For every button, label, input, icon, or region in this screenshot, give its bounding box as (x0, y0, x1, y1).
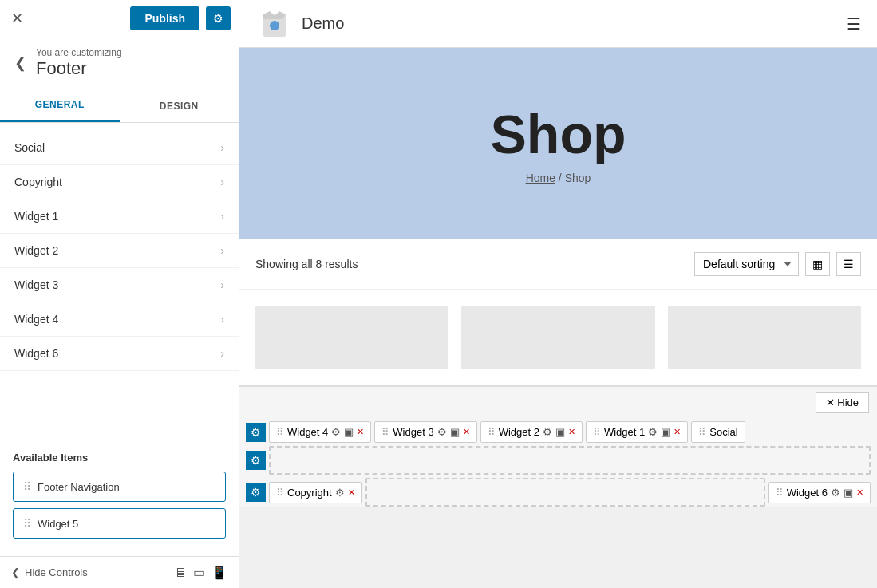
product-card (668, 306, 861, 369)
demo-logo: Demo (255, 5, 344, 43)
widget-gear-icon[interactable]: ⚙ (331, 426, 341, 438)
desktop-icon: 🖥 (174, 566, 187, 579)
widget-close-icon[interactable]: ✕ (348, 487, 355, 498)
hamburger-icon[interactable]: ☰ (847, 14, 861, 34)
chevron-left-icon: ❮ (11, 566, 20, 578)
shop-title: Shop (491, 103, 626, 165)
preview-header: Demo ☰ (239, 0, 877, 48)
menu-item-label: Widget 2 (14, 244, 58, 257)
widget-close-icon[interactable]: ✕ (357, 427, 364, 437)
chevron-right-icon: › (220, 278, 224, 291)
results-count: Showing all 8 results (255, 258, 358, 270)
tab-design[interactable]: DESIGN (120, 89, 239, 122)
widget-expand-icon[interactable]: ▣ (344, 426, 354, 438)
menu-item-widget2[interactable]: Widget 2 › (0, 234, 239, 268)
chevron-right-icon: › (220, 347, 224, 360)
footer-row-handle-icon[interactable]: ⚙ (246, 483, 266, 502)
widget-gear-icon[interactable]: ⚙ (335, 487, 345, 499)
footer-row-3-drop-zone (365, 478, 765, 507)
breadcrumb-current: Shop (565, 172, 591, 184)
menu-item-copyright[interactable]: Copyright › (0, 165, 239, 199)
footer-row-3: ⚙ ⠿ Copyright ⚙ ✕ ⠿ Widget 6 ⚙ ▣ ✕ (246, 478, 871, 507)
footer-row-handle-icon[interactable]: ⚙ (246, 423, 266, 442)
footer-widget-social: ⠿ Social (691, 421, 745, 443)
drag-item-widget5[interactable]: ⠿ Widget 5 (13, 508, 226, 539)
you-are-customizing-label: You are customizing (36, 47, 122, 58)
menu-item-widget4[interactable]: Widget 4 › (0, 302, 239, 337)
widget-drag-icon: ⠿ (776, 487, 784, 499)
widget-drag-icon: ⠿ (276, 426, 284, 438)
mobile-icon: 📱 (211, 566, 227, 579)
hide-controls-button[interactable]: ❮ Hide Controls (11, 566, 88, 578)
menu-item-widget6[interactable]: Widget 6 › (0, 337, 239, 371)
widget-close-icon[interactable]: ✕ (568, 427, 575, 437)
footer-row-handle-icon[interactable]: ⚙ (246, 451, 266, 470)
widget-label: Copyright (287, 487, 332, 499)
widget-expand-icon[interactable]: ▣ (555, 426, 565, 438)
drag-item-footer-navigation[interactable]: ⠿ Footer Navigation (13, 472, 226, 502)
menu-item-label: Social (14, 141, 45, 154)
widget-gear-icon[interactable]: ⚙ (543, 426, 552, 438)
footer-row-2: ⚙ (246, 446, 871, 475)
desktop-view-button[interactable]: 🖥 (174, 565, 187, 580)
hide-button[interactable]: ✕ Hide (816, 392, 869, 413)
breadcrumb-sep: / (555, 172, 565, 184)
list-view-button[interactable]: ☰ (836, 252, 861, 276)
drag-handle-icon: ⠿ (23, 517, 31, 530)
close-button[interactable]: ✕ (8, 6, 26, 30)
product-card (255, 306, 448, 369)
tabs-row: GENERAL DESIGN (0, 89, 239, 123)
products-grid (239, 290, 877, 385)
tab-general[interactable]: GENERAL (0, 89, 120, 122)
footer-widget-widget3: ⠿ Widget 3 ⚙ ▣ ✕ (374, 421, 476, 443)
hide-btn-row: ✕ Hide (239, 387, 877, 418)
breadcrumb-home-link[interactable]: Home (526, 172, 555, 184)
section-title: Footer (36, 58, 122, 79)
widget-close-icon[interactable]: ✕ (674, 427, 681, 437)
preview-panel: Demo ☰ Shop Home / Shop Showing all 8 re… (239, 0, 877, 588)
widget-gear-icon[interactable]: ⚙ (831, 487, 840, 499)
mobile-view-button[interactable]: 📱 (211, 565, 227, 580)
settings-gear-button[interactable]: ⚙ (206, 6, 231, 30)
widget-close-icon[interactable]: ✕ (856, 487, 863, 498)
widget-gear-icon[interactable]: ⚙ (648, 426, 658, 438)
menu-list: Social › Copyright › Widget 1 › Widget 2… (0, 123, 239, 440)
footer-widget-widget2: ⠿ Widget 2 ⚙ ▣ ✕ (480, 421, 583, 443)
breadcrumb-nav: Home / Shop (526, 172, 591, 184)
widget-expand-icon[interactable]: ▣ (843, 487, 853, 499)
menu-item-social[interactable]: Social › (0, 131, 239, 165)
widget-label: Widget 2 (499, 426, 539, 438)
site-title: Demo (302, 14, 344, 33)
top-bar: ✕ Publish ⚙ (0, 0, 239, 37)
footer-widget-widget6: ⠿ Widget 6 ⚙ ▣ ✕ (768, 482, 871, 503)
breadcrumb-text: You are customizing Footer (36, 47, 122, 79)
shop-toolbar: Showing all 8 results Default sorting ▦ … (239, 239, 877, 290)
chevron-right-icon: › (220, 141, 224, 154)
menu-item-widget1[interactable]: Widget 1 › (0, 199, 239, 234)
tablet-view-button[interactable]: ▭ (193, 565, 205, 580)
widget-close-icon[interactable]: ✕ (463, 427, 470, 437)
tablet-icon: ▭ (193, 566, 205, 579)
widget-expand-icon[interactable]: ▣ (450, 426, 460, 438)
menu-item-widget3[interactable]: Widget 3 › (0, 268, 239, 302)
widget-label: Widget 1 (604, 426, 645, 438)
menu-item-label: Widget 4 (14, 313, 58, 326)
widget-drag-icon: ⠿ (488, 426, 496, 438)
widget-label: Widget 3 (393, 426, 433, 438)
widget-expand-icon[interactable]: ▣ (661, 426, 670, 438)
widget-label: Social (709, 426, 737, 438)
publish-button[interactable]: Publish (130, 6, 199, 30)
footer-row-1: ⚙ ⠿ Widget 4 ⚙ ▣ ✕ ⠿ Widget 3 ⚙ ▣ ✕ ⠿ (246, 421, 871, 443)
menu-item-label: Widget 6 (14, 347, 58, 360)
menu-item-label: Widget 1 (14, 210, 58, 223)
available-items-section: Available Items ⠿ Footer Navigation ⠿ Wi… (0, 440, 239, 556)
menu-item-label: Widget 3 (14, 278, 58, 291)
footer-overlay: ✕ Hide ⚙ ⠿ Widget 4 ⚙ ▣ ✕ ⠿ Widget 3 ⚙ ▣ (239, 385, 877, 507)
product-card (461, 306, 654, 369)
widget-gear-icon[interactable]: ⚙ (437, 426, 447, 438)
preview-body: Shop Home / Shop Showing all 8 results D… (239, 48, 877, 588)
footer-widget-widget4: ⠿ Widget 4 ⚙ ▣ ✕ (269, 421, 371, 443)
sort-select[interactable]: Default sorting (694, 252, 799, 276)
back-button[interactable]: ❮ (11, 51, 30, 75)
grid-view-button[interactable]: ▦ (805, 252, 830, 276)
